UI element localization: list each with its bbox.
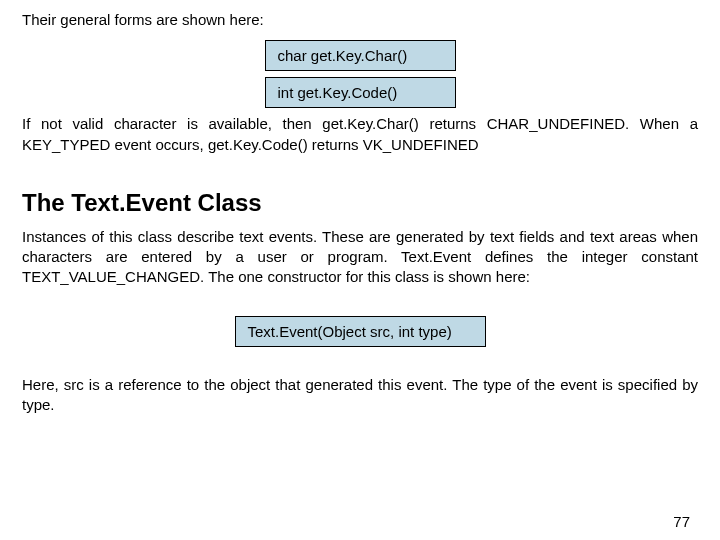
closing-paragraph: Here, src is a reference to the object t… [22,375,698,416]
code-box-textevent-constructor: Text.Event(Object src, int type) [235,316,486,347]
page-number: 77 [673,513,690,530]
char-undefined-paragraph: If not valid character is available, the… [22,114,698,155]
textevent-paragraph: Instances of this class describe text ev… [22,227,698,288]
code-box-row-2: int get.Key.Code() [22,77,698,108]
code-box-getkeycode: int get.Key.Code() [265,77,456,108]
code-box-getkeychar: char get.Key.Char() [265,40,456,71]
code-box-row-3: Text.Event(Object src, int type) [22,316,698,347]
intro-paragraph: Their general forms are shown here: [22,10,698,30]
code-box-row-1: char get.Key.Char() [22,40,698,71]
page: Their general forms are shown here: char… [0,0,720,540]
section-heading-textevent: The Text.Event Class [22,189,698,217]
